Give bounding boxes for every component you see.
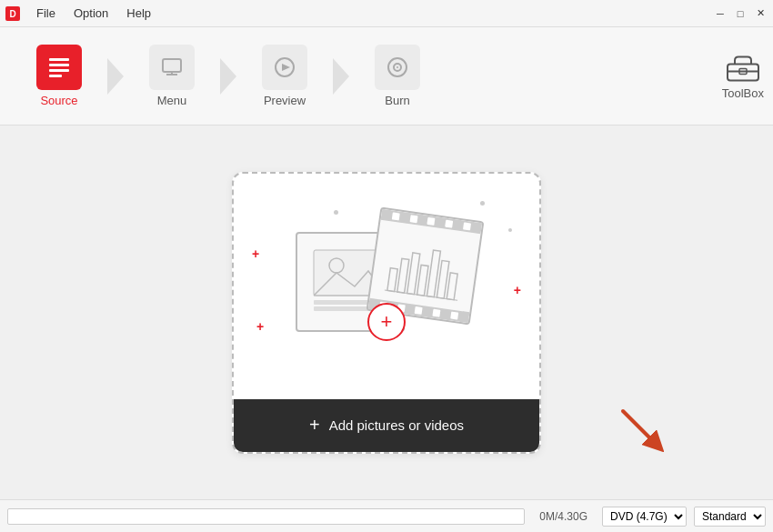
preview-tab-label: Preview [264, 94, 306, 107]
arrow-indicator [618, 407, 664, 456]
svg-marker-10 [282, 64, 290, 71]
decorative-plus-1: + [252, 246, 259, 261]
chart-icon [382, 230, 467, 304]
drop-zone-inner: + + + [234, 174, 539, 399]
decorative-circle-2 [480, 201, 485, 206]
film-hole [427, 216, 436, 225]
minimize-button[interactable]: ─ [711, 5, 729, 23]
add-button-label: Add pictures or videos [329, 417, 464, 433]
add-media-circle[interactable]: + [367, 303, 406, 341]
drop-zone[interactable]: + + + [232, 172, 541, 454]
svg-text:D: D [9, 9, 15, 19]
menu-tab-label: Menu [157, 94, 187, 107]
svg-rect-4 [49, 69, 69, 72]
svg-rect-28 [447, 272, 457, 299]
menu-bar: File Option Help [27, 3, 160, 24]
burn-icon [385, 55, 410, 80]
close-button[interactable]: ✕ [751, 5, 769, 23]
menu-icon-box [149, 45, 195, 90]
tab-source[interactable]: Source [9, 27, 109, 125]
tab-arrow-2 [220, 58, 236, 95]
main-content: + + + [0, 125, 773, 499]
film-holes-top [381, 208, 483, 233]
burn-tab-label: Burn [385, 94, 409, 107]
maximize-button[interactable]: □ [731, 5, 749, 23]
preview-icon [272, 55, 297, 80]
burn-icon-box [375, 45, 420, 90]
film-hole [392, 212, 400, 220]
menu-icon [159, 55, 185, 80]
preview-icon-box [262, 45, 307, 90]
film-hole [409, 215, 417, 223]
svg-rect-2 [49, 58, 69, 61]
disc-type-dropdown[interactable]: DVD (4.7G) BD (25G) [602, 507, 687, 527]
svg-rect-5 [49, 75, 62, 77]
progress-bar [7, 508, 525, 525]
menu-option[interactable]: Option [65, 3, 117, 24]
svg-line-31 [623, 411, 657, 445]
svg-rect-22 [387, 267, 397, 291]
toolbar: Source Menu Preview [0, 27, 773, 125]
toolbox-button[interactable]: ToolBox [722, 53, 764, 99]
toolbox-icon [726, 53, 760, 82]
toolbox-label: ToolBox [722, 85, 764, 99]
menu-file[interactable]: File [27, 3, 65, 24]
tab-burn[interactable]: Burn [347, 27, 447, 125]
film-hole [433, 308, 441, 316]
svg-rect-25 [417, 264, 429, 295]
tab-arrow-3 [333, 58, 349, 95]
storage-info: 0M/4.30G [532, 510, 595, 523]
source-icon [46, 55, 72, 80]
title-bar-left: D File Option Help [4, 3, 160, 24]
media-illustration: + [296, 214, 477, 359]
title-bar-controls: ─ □ ✕ [711, 5, 769, 23]
decorative-plus-3: + [514, 283, 521, 297]
svg-rect-21 [314, 306, 368, 311]
svg-rect-3 [49, 64, 69, 66]
tab-menu[interactable]: Menu [122, 27, 222, 125]
source-tab-label: Source [40, 94, 77, 107]
svg-rect-6 [163, 59, 181, 72]
source-icon-box [36, 45, 82, 90]
film-hole [415, 306, 423, 314]
decorative-plus-2: + [256, 319, 264, 334]
add-media-button[interactable]: + Add pictures or videos [234, 399, 539, 452]
svg-line-29 [385, 289, 457, 299]
svg-point-13 [397, 66, 398, 68]
toolbar-tabs: Source Menu Preview [9, 27, 764, 125]
decorative-circle-3 [508, 228, 512, 232]
film-hole [445, 219, 453, 227]
film-hole [463, 222, 471, 230]
tab-arrow-1 [107, 58, 124, 95]
status-bar: 0M/4.30G DVD (4.7G) BD (25G) Standard Hi… [0, 499, 773, 532]
title-bar: D File Option Help ─ □ ✕ [0, 0, 773, 27]
add-button-plus-icon: + [309, 415, 320, 436]
app-icon: D [4, 5, 22, 23]
menu-help[interactable]: Help [117, 3, 160, 24]
film-hole [450, 311, 458, 319]
tab-preview[interactable]: Preview [235, 27, 335, 125]
arrow-down-right-icon [618, 407, 664, 452]
quality-dropdown[interactable]: Standard High Low [694, 507, 766, 527]
